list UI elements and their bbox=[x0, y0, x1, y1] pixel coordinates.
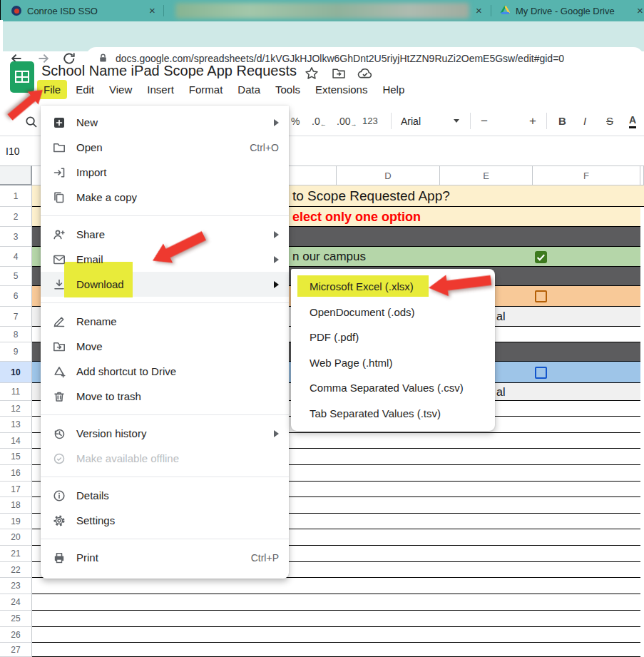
row-header-5[interactable]: 5 bbox=[0, 267, 32, 286]
row-header-13[interactable]: 13 bbox=[0, 417, 32, 433]
row-header-24[interactable]: 24 bbox=[0, 594, 32, 611]
submenu-item-label: OpenDocument (.ods) bbox=[310, 306, 415, 318]
row-header-21[interactable]: 21 bbox=[0, 546, 32, 562]
row-header-1[interactable]: 1 bbox=[0, 185, 32, 207]
gear-icon bbox=[52, 514, 66, 528]
sheet-corner-box[interactable] bbox=[0, 165, 32, 185]
file-menu-item-settings[interactable]: Settings bbox=[41, 508, 289, 533]
file-menu-item-add-shortcut-to-drive[interactable]: Add shortcut to Drive bbox=[41, 359, 289, 384]
download-option-tab-separated-values-tsv[interactable]: Tab Separated Values (.tsv) bbox=[291, 401, 495, 427]
download-option-opendocument-ods[interactable]: OpenDocument (.ods) bbox=[291, 300, 495, 325]
row-header-3[interactable]: 3 bbox=[0, 227, 32, 247]
download-option-web-page-html[interactable]: Web Page (.html) bbox=[291, 350, 495, 376]
row-header-25[interactable]: 25 bbox=[0, 611, 32, 627]
checkbox-row-10[interactable] bbox=[535, 367, 547, 379]
increase-decimal-button[interactable]: .00→ bbox=[337, 106, 357, 136]
row-header-23[interactable]: 23 bbox=[0, 578, 32, 594]
menu-item-label: Version history bbox=[76, 427, 146, 439]
toolbar-separator bbox=[470, 113, 471, 129]
text-color-button[interactable]: A bbox=[629, 106, 636, 136]
row-header-18[interactable]: 18 bbox=[0, 497, 32, 514]
sheet-row-26[interactable] bbox=[32, 627, 640, 643]
file-menu-item-make-a-copy[interactable]: Make a copy bbox=[41, 185, 289, 210]
font-name-select[interactable]: Arial bbox=[401, 106, 421, 136]
envelope-icon bbox=[52, 253, 66, 267]
row-header-26[interactable]: 26 bbox=[0, 627, 32, 643]
row-header-14[interactable]: 14 bbox=[0, 433, 32, 449]
percent-format-button[interactable]: % bbox=[291, 106, 300, 136]
file-menu-item-version-history[interactable]: Version history bbox=[41, 421, 289, 446]
menu-item-label: New bbox=[76, 116, 98, 128]
row-header-16[interactable]: 16 bbox=[0, 465, 32, 482]
drive-add-icon bbox=[52, 365, 66, 379]
row-header-8[interactable]: 8 bbox=[0, 327, 32, 342]
info-icon bbox=[52, 489, 66, 503]
row-header-15[interactable]: 15 bbox=[0, 449, 32, 465]
submenu-item-label: Web Page (.html) bbox=[310, 357, 392, 369]
menu-item-label: Open bbox=[76, 141, 103, 153]
offline-check-icon bbox=[52, 452, 66, 466]
menu-separator bbox=[41, 215, 289, 216]
row-header-7[interactable]: 7 bbox=[0, 307, 32, 327]
column-header-e[interactable]: E bbox=[440, 165, 533, 185]
sheet-row-25[interactable] bbox=[32, 611, 640, 627]
file-menu-item-move-to-trash[interactable]: Move to trash bbox=[41, 384, 289, 409]
increase-font-size-button[interactable]: + bbox=[529, 106, 536, 136]
sheet-row-24[interactable] bbox=[32, 594, 640, 611]
row-header-27[interactable]: 27 bbox=[0, 643, 32, 657]
strikethrough-button[interactable]: S bbox=[606, 106, 613, 136]
download-option-pdf-pdf[interactable]: PDF (.pdf) bbox=[291, 325, 495, 350]
menu-item-label: Rename bbox=[76, 315, 117, 327]
submenu-arrow-icon bbox=[274, 281, 279, 288]
download-option-comma-separated-values-csv[interactable]: Comma Separated Values (.csv) bbox=[291, 375, 495, 401]
submenu-arrow-icon bbox=[274, 231, 279, 238]
menu-item-label: Download bbox=[76, 278, 124, 290]
menu-separator bbox=[41, 414, 289, 415]
italic-button[interactable]: I bbox=[583, 106, 586, 136]
toolbar-separator bbox=[546, 113, 547, 129]
file-menu-item-new[interactable]: New bbox=[41, 110, 289, 135]
menu-item-label: Add shortcut to Drive bbox=[76, 365, 176, 377]
file-menu-item-print[interactable]: PrintCtrl+P bbox=[41, 545, 289, 570]
file-menu-item-download[interactable]: Download bbox=[41, 272, 289, 297]
menu-item-label: Print bbox=[76, 551, 98, 564]
menu-item-label: Move to trash bbox=[76, 390, 141, 402]
decrease-decimal-button[interactable]: .0← bbox=[312, 106, 327, 136]
menu-separator bbox=[41, 302, 289, 303]
row-header-12[interactable]: 12 bbox=[0, 401, 32, 417]
row-header-17[interactable]: 17 bbox=[0, 482, 32, 497]
search-icon[interactable] bbox=[24, 115, 39, 129]
checkbox-row-4[interactable] bbox=[535, 251, 547, 263]
file-menu-item-move[interactable]: Move bbox=[41, 334, 289, 359]
cell-text-row-11: al bbox=[496, 383, 505, 401]
submenu-item-label: Microsoft Excel (.xlsx) bbox=[310, 280, 414, 292]
menu-item-label: Make a copy bbox=[76, 191, 137, 203]
row-header-22[interactable]: 22 bbox=[0, 562, 32, 578]
row-header-19[interactable]: 19 bbox=[0, 514, 32, 529]
file-menu-item-open[interactable]: OpenCtrl+O bbox=[41, 135, 289, 160]
font-dropdown-icon[interactable] bbox=[454, 106, 459, 136]
more-formats-button[interactable]: 123 bbox=[362, 106, 378, 136]
row-header-10[interactable]: 10 bbox=[0, 362, 32, 383]
file-menu-item-import[interactable]: Import bbox=[41, 160, 289, 185]
bold-button[interactable]: B bbox=[558, 106, 566, 136]
file-menu-item-details[interactable]: Details bbox=[41, 483, 289, 508]
column-header-f[interactable]: F bbox=[533, 165, 640, 185]
column-header-d[interactable]: D bbox=[337, 165, 440, 185]
download-icon bbox=[52, 277, 66, 292]
file-menu-item-rename[interactable]: Rename bbox=[41, 309, 289, 334]
cell-border bbox=[0, 0, 1, 20]
row-header-2[interactable]: 2 bbox=[0, 207, 32, 227]
menu-item-label: Import bbox=[76, 166, 107, 178]
column-header-partial[interactable] bbox=[640, 165, 644, 185]
row-header-9[interactable]: 9 bbox=[0, 342, 32, 362]
checkbox-row-6[interactable] bbox=[535, 290, 547, 302]
sheet-row-23[interactable] bbox=[32, 578, 640, 594]
decrease-font-size-button[interactable]: − bbox=[481, 106, 488, 136]
row-header-4[interactable]: 4 bbox=[0, 247, 32, 267]
row-header-20[interactable]: 20 bbox=[0, 529, 32, 546]
sheet-row-27[interactable] bbox=[32, 643, 640, 657]
row-header-11[interactable]: 11 bbox=[0, 383, 32, 401]
row-header-6[interactable]: 6 bbox=[0, 286, 32, 307]
menu-separator bbox=[41, 539, 289, 539]
